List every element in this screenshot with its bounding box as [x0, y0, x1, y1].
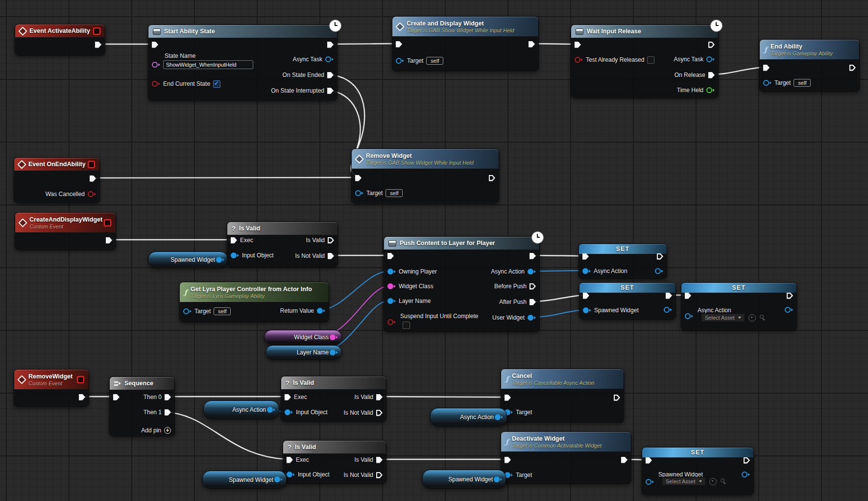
exec-pin[interactable] — [849, 65, 856, 71]
data-pin[interactable] — [582, 268, 588, 274]
data-pin[interactable] — [267, 407, 273, 413]
exec-pin[interactable] — [376, 394, 383, 401]
checkbox[interactable] — [647, 56, 654, 64]
exec-pin[interactable] — [376, 472, 383, 478]
data-pin[interactable] — [387, 319, 393, 325]
data-pin[interactable] — [528, 269, 533, 275]
data-pin[interactable] — [685, 313, 691, 319]
value-box[interactable]: self — [386, 189, 403, 197]
use-selected-icon[interactable] — [748, 314, 756, 322]
data-pin[interactable] — [646, 479, 651, 485]
exec-pin[interactable] — [646, 457, 652, 464]
exec-pin[interactable] — [685, 293, 691, 299]
layer-name-pill[interactable]: Layer Name — [265, 345, 342, 360]
exec-pin[interactable] — [489, 175, 495, 181]
end-ability[interactable]: ƒEnd AbilityTarget is Gameplay AbilityTa… — [759, 39, 860, 92]
exec-pin[interactable] — [530, 299, 536, 305]
create-and-display-widget-call[interactable]: Create and Display WidgetTarget is GAB S… — [392, 16, 539, 71]
browse-asset-icon[interactable] — [759, 314, 767, 322]
exec-pin[interactable] — [285, 394, 291, 401]
exec-pin[interactable] — [231, 237, 237, 244]
sequence[interactable]: SequenceThen 0Then 1Add pin+ — [109, 376, 175, 436]
exec-pin[interactable] — [787, 293, 793, 299]
exec-pin[interactable] — [666, 293, 672, 299]
exec-pin[interactable] — [530, 253, 536, 259]
event-activate-ability[interactable]: Event ActivateAbility — [15, 24, 105, 55]
exec-pin[interactable] — [90, 175, 96, 182]
data-pin[interactable] — [495, 414, 501, 420]
data-pin[interactable] — [583, 307, 589, 313]
is-valid-1[interactable]: ?Is ValidExecInput ObjectIs ValidIs Not … — [227, 222, 338, 267]
exec-pin[interactable] — [505, 457, 511, 463]
exec-pin[interactable] — [79, 394, 85, 401]
exec-pin[interactable] — [387, 253, 394, 259]
data-pin[interactable] — [785, 307, 791, 313]
exec-pin[interactable] — [744, 457, 750, 464]
exec-pin[interactable] — [113, 394, 120, 401]
data-pin[interactable] — [317, 308, 323, 314]
deactivate-widget[interactable]: ƒDeactivate WidgetTarget is Common Activ… — [501, 431, 631, 484]
exec-pin[interactable] — [763, 65, 770, 71]
data-pin[interactable] — [494, 476, 500, 482]
exec-pin[interactable] — [95, 42, 101, 48]
data-pin[interactable] — [216, 257, 222, 263]
exec-pin[interactable] — [708, 42, 715, 48]
spawned-widget-pill-3[interactable]: Spawned Widget — [422, 470, 506, 489]
exec-pin[interactable] — [106, 237, 112, 244]
blueprint-graph-canvas[interactable]: Event ActivateAbilityStart Ability State… — [0, 0, 868, 501]
exec-pin[interactable] — [708, 72, 715, 78]
cancel[interactable]: ƒCancelTarget is Cancellable Async Actio… — [501, 369, 624, 423]
exec-pin[interactable] — [327, 42, 334, 48]
data-pin[interactable] — [330, 350, 336, 355]
async-action-pill-2[interactable]: Async Action — [430, 408, 507, 426]
exec-pin[interactable] — [328, 237, 334, 244]
data-pin[interactable] — [152, 81, 158, 87]
data-pin[interactable] — [285, 409, 290, 415]
state-name-input[interactable] — [163, 60, 253, 69]
exec-pin[interactable] — [396, 41, 402, 48]
browse-asset-icon[interactable] — [720, 478, 727, 485]
create-and-display-widget-event[interactable]: CreateAndDisplayWidgetCustom Event — [15, 212, 116, 250]
widget-class-pill[interactable]: Widget Class — [264, 330, 342, 345]
exec-pin[interactable] — [575, 42, 581, 48]
data-pin[interactable] — [742, 472, 747, 477]
data-pin[interactable] — [274, 476, 280, 482]
data-pin[interactable] — [706, 56, 712, 62]
exec-pin[interactable] — [582, 253, 589, 260]
spawned-widget-pill-2[interactable]: Spawned Widget — [202, 471, 287, 489]
data-pin[interactable] — [706, 87, 712, 93]
exec-pin[interactable] — [327, 72, 334, 78]
data-pin[interactable] — [330, 334, 336, 340]
data-pin[interactable] — [152, 62, 158, 68]
data-pin[interactable] — [763, 80, 769, 86]
use-selected-icon[interactable] — [709, 478, 717, 485]
exec-pin[interactable] — [355, 175, 362, 181]
data-pin[interactable] — [387, 283, 393, 289]
exec-pin[interactable] — [657, 253, 663, 260]
async-action-pill-1[interactable]: Async Action — [203, 401, 279, 419]
exec-pin[interactable] — [165, 409, 171, 416]
data-pin[interactable] — [396, 58, 402, 64]
data-pin[interactable] — [231, 252, 237, 258]
data-pin[interactable] — [664, 307, 670, 313]
data-pin[interactable] — [387, 269, 393, 275]
exec-pin[interactable] — [583, 293, 589, 299]
exec-pin[interactable] — [530, 283, 536, 290]
exec-pin[interactable] — [328, 253, 334, 259]
add-pin-icon[interactable]: + — [164, 427, 171, 434]
set-spawned-widget-1[interactable]: SETSpawned Widget — [579, 282, 676, 320]
is-valid-2[interactable]: ?Is ValidExecInput ObjectIs ValidIs Not … — [281, 376, 386, 422]
exec-pin[interactable] — [529, 41, 535, 48]
data-pin[interactable] — [325, 56, 331, 62]
value-box[interactable]: self — [794, 79, 811, 87]
select-asset-dropdown[interactable]: Select Asset — [701, 313, 745, 322]
value-box[interactable]: self — [214, 307, 231, 315]
data-pin[interactable] — [355, 190, 361, 196]
exec-pin[interactable] — [621, 457, 627, 463]
get-lyra-player-controller-from-actor-info[interactable]: ƒGet Lyra Player Controller from Actor I… — [179, 282, 329, 322]
wait-input-release[interactable]: Wait Input ReleaseTest Already ReleasedA… — [571, 25, 719, 98]
exec-pin[interactable] — [376, 410, 383, 416]
data-pin[interactable] — [387, 298, 393, 304]
push-content-to-layer-for-player[interactable]: Push Content to Layer for PlayerOwning P… — [384, 236, 540, 332]
start-ability-state[interactable]: Start Ability StateState NameEnd Current… — [148, 25, 338, 100]
